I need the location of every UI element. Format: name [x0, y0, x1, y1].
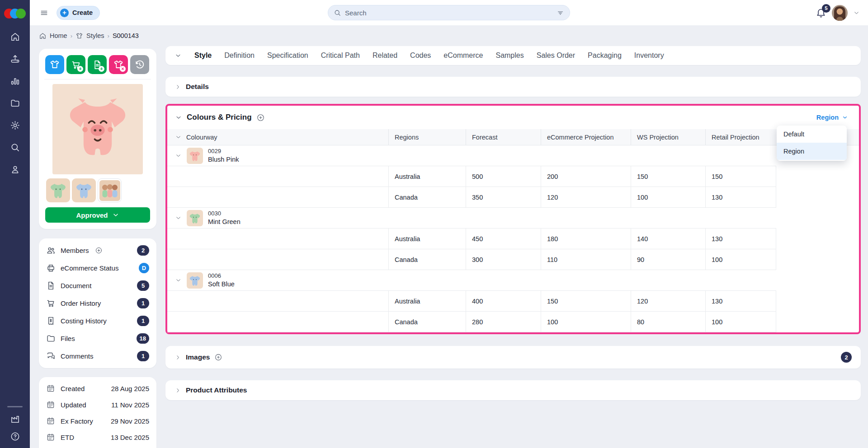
forecast-cell[interactable]: 400 [466, 291, 541, 311]
tab-sales-order[interactable]: Sales Order [537, 51, 575, 60]
tab-inventory[interactable]: Inventory [634, 51, 664, 60]
images-section[interactable]: Images 2 [165, 346, 861, 369]
ecommerce-projection-cell[interactable]: 180 [541, 229, 631, 249]
ecommerce-projection-cell[interactable]: 110 [541, 249, 631, 270]
region-cell[interactable]: Australia [388, 229, 466, 249]
style-action-button[interactable] [45, 55, 64, 74]
ws-projection-cell[interactable]: 140 [631, 229, 705, 249]
retail-projection-cell[interactable]: 100 [705, 249, 776, 270]
user-avatar[interactable] [832, 5, 848, 21]
order-history-row[interactable]: Order History 1 [45, 294, 150, 312]
add-document-button[interactable]: + [88, 55, 107, 74]
filter-icon[interactable] [557, 9, 564, 17]
menu-item-default[interactable]: Default [777, 126, 847, 143]
sidebar-help-button[interactable] [7, 431, 23, 442]
chevron-down-icon[interactable] [175, 277, 182, 284]
global-search[interactable] [328, 5, 570, 20]
forecast-cell[interactable]: 450 [466, 229, 541, 249]
costing-history-row[interactable]: Costing History 1 [45, 312, 150, 330]
view-selector-button[interactable]: Region [816, 114, 848, 121]
tab-packaging[interactable]: Packaging [588, 51, 622, 60]
ws-projection-cell[interactable]: 90 [631, 249, 705, 270]
search-input[interactable] [345, 9, 553, 17]
chevron-down-icon[interactable] [175, 152, 182, 159]
notifications-button[interactable]: 5 [816, 7, 826, 18]
region-cell[interactable]: Australia [388, 166, 466, 187]
region-cell[interactable]: Canada [388, 187, 466, 207]
chevron-down-icon[interactable] [175, 215, 182, 221]
ws-projection-cell[interactable]: 100 [631, 187, 705, 207]
add-image-icon[interactable] [214, 353, 222, 361]
app-logo-icon[interactable] [4, 8, 26, 19]
chevron-right-icon[interactable] [175, 354, 181, 361]
colourway-group-row[interactable]: 0006 Soft Blue [167, 270, 776, 291]
files-row[interactable]: Files 18 [45, 330, 150, 347]
collapse-tabs-chevron-icon[interactable] [175, 52, 182, 59]
forecast-cell[interactable]: 280 [466, 312, 541, 332]
sidebar-upload-button[interactable] [7, 53, 23, 64]
tab-codes[interactable]: Codes [410, 51, 431, 60]
tab-definition[interactable]: Definition [224, 51, 255, 60]
history-button[interactable] [130, 55, 149, 74]
document-row[interactable]: Document 5 [45, 277, 150, 294]
create-button[interactable]: + Create [57, 6, 100, 20]
ecommerce-projection-cell[interactable]: 100 [541, 312, 631, 332]
document-count-badge: 5 [137, 280, 149, 291]
thumbnail-babies-photo[interactable] [98, 178, 122, 202]
ws-projection-cell[interactable]: 150 [631, 166, 705, 187]
breadcrumb-home[interactable]: Home [50, 32, 67, 39]
tab-related[interactable]: Related [373, 51, 397, 60]
region-cell[interactable]: Australia [388, 291, 466, 311]
chevron-right-icon[interactable] [175, 387, 181, 394]
chevron-right-icon[interactable] [175, 84, 181, 90]
retail-projection-cell[interactable]: 130 [705, 291, 776, 311]
thumbnail-mint-onesie[interactable] [46, 178, 70, 202]
colourway-group-row[interactable]: 0029 Blush Pink [167, 145, 776, 166]
tab-style[interactable]: Style [194, 51, 212, 60]
ws-projection-cell[interactable]: 80 [631, 312, 705, 332]
retail-projection-cell[interactable]: 130 [705, 229, 776, 249]
forecast-cell[interactable]: 350 [466, 187, 541, 207]
collapse-all-chevron-icon[interactable] [175, 134, 182, 140]
remove-style-button[interactable]: × [109, 55, 128, 74]
colourway-group-row[interactable]: 0030 Mint Green [167, 208, 776, 229]
ecommerce-projection-cell[interactable]: 120 [541, 187, 631, 207]
retail-projection-cell[interactable]: 130 [705, 187, 776, 207]
details-section[interactable]: Details [165, 77, 861, 97]
tab-ecommerce[interactable]: eCommerce [443, 51, 483, 60]
sidebar-account-button[interactable] [7, 164, 23, 175]
sidebar-search-button[interactable] [7, 142, 23, 153]
region-cell[interactable]: Canada [388, 312, 466, 332]
thumbnail-blue-onesie[interactable] [72, 178, 96, 202]
menu-item-region[interactable]: Region [777, 143, 847, 160]
retail-projection-cell[interactable]: 100 [705, 312, 776, 332]
forecast-cell[interactable]: 500 [466, 166, 541, 187]
ws-projection-cell[interactable]: 120 [631, 291, 705, 311]
forecast-cell[interactable]: 300 [466, 249, 541, 270]
sidebar-settings-button[interactable] [7, 120, 23, 131]
tab-critical-path[interactable]: Critical Path [321, 51, 360, 60]
breadcrumb-styles[interactable]: Styles [86, 32, 104, 39]
status-dropdown-button[interactable]: Approved [45, 207, 150, 223]
sidebar-factory-button[interactable] [7, 414, 23, 425]
tab-samples[interactable]: Samples [495, 51, 524, 60]
hamburger-menu-button[interactable] [40, 9, 48, 17]
product-main-image[interactable] [52, 84, 143, 174]
ecommerce-projection-cell[interactable]: 150 [541, 291, 631, 311]
tab-specification[interactable]: Specification [267, 51, 308, 60]
add-member-icon[interactable] [95, 247, 103, 254]
ecommerce-projection-cell[interactable]: 200 [541, 166, 631, 187]
comments-row[interactable]: Comments 1 [45, 347, 150, 365]
product-attributes-section[interactable]: Product Attributes [165, 380, 861, 400]
region-cell[interactable]: Canada [388, 249, 466, 270]
retail-projection-cell[interactable]: 150 [705, 166, 776, 187]
account-chevron-down-icon[interactable] [853, 9, 860, 16]
add-to-order-button[interactable]: + [66, 55, 85, 74]
chevron-down-icon[interactable] [175, 114, 182, 121]
sidebar-analytics-button[interactable] [7, 75, 23, 86]
members-row[interactable]: Members 2 [45, 242, 150, 259]
sidebar-home-button[interactable] [7, 31, 23, 42]
add-colourway-icon[interactable] [256, 113, 265, 122]
ecommerce-status-row[interactable]: eCommerce Status D [45, 259, 150, 277]
sidebar-library-button[interactable] [7, 98, 23, 108]
